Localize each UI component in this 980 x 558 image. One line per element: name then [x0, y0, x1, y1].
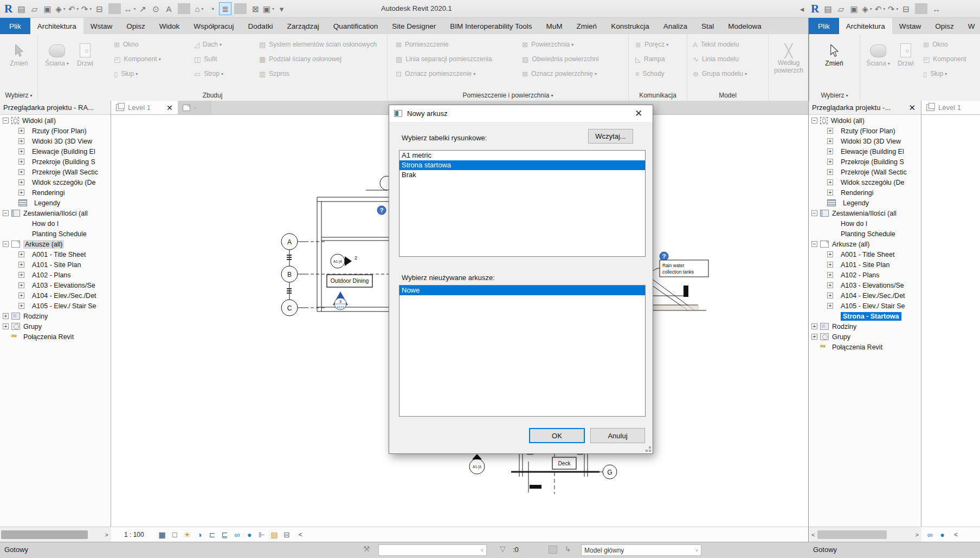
- scroll-right-icon[interactable]: >: [102, 531, 111, 538]
- tree-item[interactable]: + A103 - Elevations/Se: [0, 280, 111, 290]
- browser2-hscrollbar[interactable]: < >: [809, 527, 921, 542]
- tree-item[interactable]: Legendy: [809, 198, 921, 208]
- tree-expander[interactable]: +: [827, 128, 833, 134]
- resize-grip[interactable]: [649, 450, 651, 452]
- view-tab-level1[interactable]: Level 1: [921, 101, 980, 114]
- tag-by-category-icon[interactable]: ⊙: [150, 2, 162, 15]
- panel-model-label[interactable]: Model: [687, 92, 768, 99]
- area-boundary-button[interactable]: ▧Obwiednia powierzchni: [522, 53, 599, 66]
- separator[interactable]: [108, 3, 121, 14]
- close-view-icon[interactable]: ✕: [166, 103, 173, 112]
- tree-item[interactable]: How do I: [809, 218, 921, 229]
- tree-expander[interactable]: +: [827, 303, 833, 309]
- crop-view-icon[interactable]: ⊏: [206, 529, 218, 541]
- room-separation-button[interactable]: ▨Linia separacji pomieszczenia: [396, 53, 492, 66]
- tab-analiza[interactable]: Analiza: [656, 18, 694, 34]
- tree-item[interactable]: + Grupy: [0, 321, 111, 332]
- tree-expander[interactable]: +: [18, 148, 24, 154]
- load-button[interactable]: Wczytaj...: [588, 129, 633, 144]
- panel-circulation-label[interactable]: Komunikacja: [629, 92, 687, 99]
- tree-expander[interactable]: +: [827, 169, 833, 175]
- tab-mum[interactable]: MuM: [539, 18, 570, 34]
- tree-expander[interactable]: +: [3, 323, 9, 329]
- column-button[interactable]: ▯Słup: [114, 67, 138, 80]
- redo-icon[interactable]: ↷: [80, 2, 93, 15]
- worksets-icon[interactable]: ⚒: [363, 544, 370, 553]
- tree-item[interactable]: + Renderingi: [0, 187, 111, 198]
- tree-item[interactable]: + Widok szczegółu (De: [809, 177, 921, 187]
- save-icon[interactable]: ▣: [41, 2, 54, 15]
- visual-style-icon[interactable]: □: [169, 529, 181, 541]
- tree-item[interactable]: − Zestawienia/Ilości (all: [0, 208, 111, 218]
- tree-expander[interactable]: +: [827, 190, 833, 196]
- roof-button[interactable]: ◿Dach: [194, 38, 222, 51]
- sync-with-central-icon[interactable]: ◈: [54, 2, 67, 15]
- tree-item[interactable]: − Zestawienia/Ilości (all: [809, 208, 921, 218]
- tree-expander[interactable]: +: [827, 262, 833, 268]
- tab-plik[interactable]: Plik: [809, 18, 839, 34]
- tree-expander[interactable]: +: [3, 313, 9, 319]
- tree-expander[interactable]: +: [18, 179, 24, 185]
- tree-item[interactable]: + Przekroje (Wall Sectic: [0, 167, 111, 177]
- collapse-viewbar-icon[interactable]: <: [299, 531, 302, 538]
- model-text-button[interactable]: ATekst modelu: [693, 38, 739, 51]
- tag-room-button[interactable]: ⊡Oznacz pomieszczenie: [396, 67, 475, 80]
- open-icon[interactable]: ▱: [835, 2, 847, 15]
- tree-item[interactable]: Planting Schedule: [0, 229, 111, 239]
- tree-expander[interactable]: +: [827, 251, 833, 257]
- close-panel-icon[interactable]: ✕: [906, 103, 918, 113]
- measure-icon[interactable]: ↔: [930, 2, 943, 15]
- detail-level-icon[interactable]: ▦: [156, 529, 169, 541]
- view-tab-sheet[interactable]: -: [178, 101, 211, 114]
- tree-item[interactable]: + Rzuty (Floor Plan): [0, 126, 111, 136]
- tab-opisz[interactable]: Opisz: [928, 18, 961, 34]
- tree-expander[interactable]: +: [18, 272, 24, 278]
- tree-expander[interactable]: +: [827, 179, 833, 185]
- measure-icon[interactable]: ↔: [124, 2, 136, 15]
- ramp-button[interactable]: ◺Rampa: [635, 53, 665, 66]
- titleblock-list[interactable]: A1 metricStrona startowaBrak: [399, 150, 646, 257]
- titleblock-list-item[interactable]: Strona startowa: [399, 160, 645, 170]
- tab-wstaw[interactable]: Wstaw: [83, 18, 120, 34]
- tree-expander[interactable]: +: [811, 334, 817, 340]
- wall-button[interactable]: Ściana: [43, 38, 70, 67]
- tree-expander[interactable]: +: [827, 282, 833, 288]
- view-tab-level1[interactable]: Level 1 ✕: [111, 101, 178, 114]
- user-interface-icon[interactable]: ▤: [822, 2, 834, 15]
- area-button[interactable]: ⊠Powierzchnia: [522, 38, 573, 51]
- tree-expander[interactable]: +: [827, 272, 833, 278]
- close-hidden-windows-icon[interactable]: ⊠: [249, 2, 262, 15]
- revit-logo-icon[interactable]: R: [2, 2, 15, 15]
- dialog-title-bar[interactable]: Nowy arkusz ✕: [389, 105, 653, 122]
- tree-item[interactable]: − Arkusze (all): [809, 239, 921, 249]
- worksets-dropdown[interactable]: ˅: [378, 544, 487, 556]
- panel-select-label[interactable]: Wybierz: [0, 92, 37, 99]
- tree-item[interactable]: Strona - Startowa: [809, 311, 921, 321]
- tree-item[interactable]: + A104 - Elev./Sec./Det: [809, 290, 921, 301]
- print-icon[interactable]: ⊟: [93, 2, 106, 15]
- dialog-close-icon[interactable]: ✕: [629, 108, 648, 119]
- tree-expander[interactable]: +: [827, 159, 833, 165]
- scrollbar-thumb[interactable]: [1, 530, 88, 539]
- tree-item[interactable]: Połączenia Revit: [0, 332, 111, 342]
- tree-expander[interactable]: +: [18, 169, 24, 175]
- tree-expander[interactable]: +: [18, 303, 24, 309]
- redo-icon[interactable]: ↷: [887, 2, 899, 15]
- room-button[interactable]: ⊠Pomieszczenie: [396, 38, 449, 51]
- scroll-left-icon[interactable]: <: [809, 531, 817, 538]
- tab-konstrukcja[interactable]: Konstrukcja: [604, 18, 656, 34]
- temporary-hide-isolate-icon[interactable]: ●: [243, 529, 256, 541]
- view-scale-button[interactable]: 1 : 100: [124, 531, 144, 538]
- separator[interactable]: [178, 3, 190, 14]
- reveal-hidden-elements-icon[interactable]: ∞: [924, 529, 936, 541]
- tree-expander[interactable]: +: [827, 293, 833, 299]
- tree-expander[interactable]: +: [827, 148, 833, 154]
- worksharing-display-icon[interactable]: ⊟: [281, 529, 293, 541]
- tree-item[interactable]: + Renderingi: [809, 187, 921, 198]
- tree-expander[interactable]: +: [18, 282, 24, 288]
- collapse-left-icon[interactable]: ◂: [796, 2, 808, 15]
- tab-quantification[interactable]: Quantification: [326, 18, 385, 34]
- tree-item[interactable]: + Przekroje (Wall Sectic: [809, 167, 921, 177]
- tree-item[interactable]: + A105 - Elev./ Stair Se: [0, 301, 111, 311]
- tree-item[interactable]: + Elewacje (Building El: [0, 146, 111, 157]
